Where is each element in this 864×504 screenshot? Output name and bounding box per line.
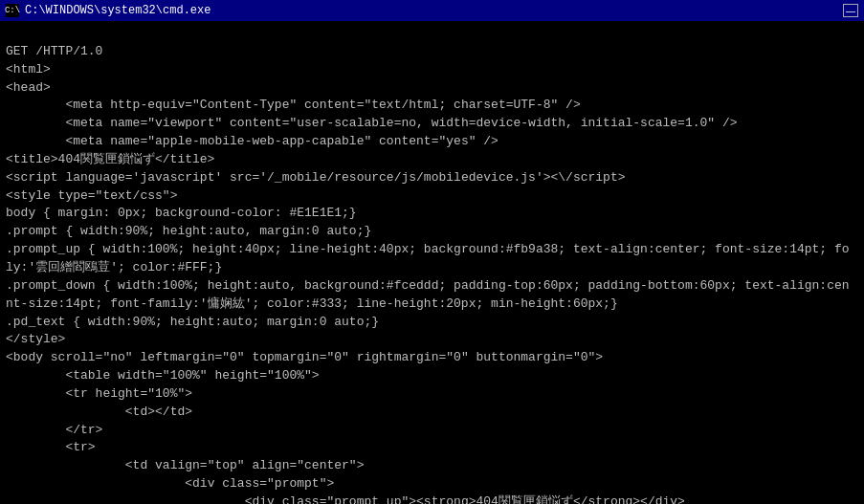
terminal-line: <title>404関覧匣鎖悩ず</title> — [6, 151, 858, 169]
title-bar: C:\ C:\WINDOWS\system32\cmd.exe — — [0, 0, 864, 21]
terminal-line: </style> — [6, 331, 858, 349]
window-title: C:\WINDOWS\system32\cmd.exe — [25, 4, 210, 17]
cmd-icon: C:\ — [6, 4, 19, 17]
terminal-line: ly:'雲回繒閻鴎荳'; color:#FFF;} — [6, 259, 858, 277]
terminal-line: <div class="prompt"> — [6, 475, 858, 493]
terminal-line: <tr height="10%"> — [6, 385, 858, 404]
minimize-button[interactable]: — — [843, 4, 858, 17]
terminal-line: <td></td> — [6, 404, 858, 422]
terminal-line: .prompt_down { width:100%; height:auto, … — [6, 277, 858, 296]
terminal-line: <tr> — [6, 439, 858, 457]
terminal-line: nt-size:14pt; font-family:'慵娴紘'; color:#… — [6, 296, 858, 314]
terminal-line: <div class="prompt_up"><strong>404関覧匣鎖悩ず… — [6, 493, 858, 504]
terminal-line: .prompt_up { width:100%; height:40px; li… — [6, 241, 858, 259]
terminal-line: <style type="text/css"> — [6, 187, 858, 206]
terminal-line: <table width="100%" height="100%"> — [6, 367, 858, 385]
title-bar-left: C:\ C:\WINDOWS\system32\cmd.exe — [6, 4, 210, 17]
terminal-line: <meta name="apple-mobile-web-app-capable… — [6, 133, 858, 151]
terminal-line: <html> — [6, 61, 858, 79]
terminal-line: GET /HTTP/1.0 — [6, 43, 858, 61]
terminal-line: <meta name="viewport" content="user-scal… — [6, 115, 858, 133]
terminal-line: .pd_text { width:90%; height:auto; margi… — [6, 314, 858, 332]
terminal-line: <td valign="top" align="center"> — [6, 457, 858, 475]
terminal-line: <head> — [6, 79, 858, 98]
title-bar-controls: — — [843, 4, 858, 17]
terminal-line: body { margin: 0px; background-color: #E… — [6, 205, 858, 223]
terminal-line: <script language='javascript' src='/_mob… — [6, 169, 858, 187]
terminal-line: <body scroll="no" leftmargin="0" topmarg… — [6, 349, 858, 367]
terminal-line: .prompt { width:90%; height:auto, margin… — [6, 223, 858, 241]
terminal-body: GET /HTTP/1.0<html><head> <meta http-equ… — [0, 21, 864, 504]
terminal-line: </tr> — [6, 422, 858, 440]
terminal-line: <meta http-equiv="Content-Type" content=… — [6, 97, 858, 115]
